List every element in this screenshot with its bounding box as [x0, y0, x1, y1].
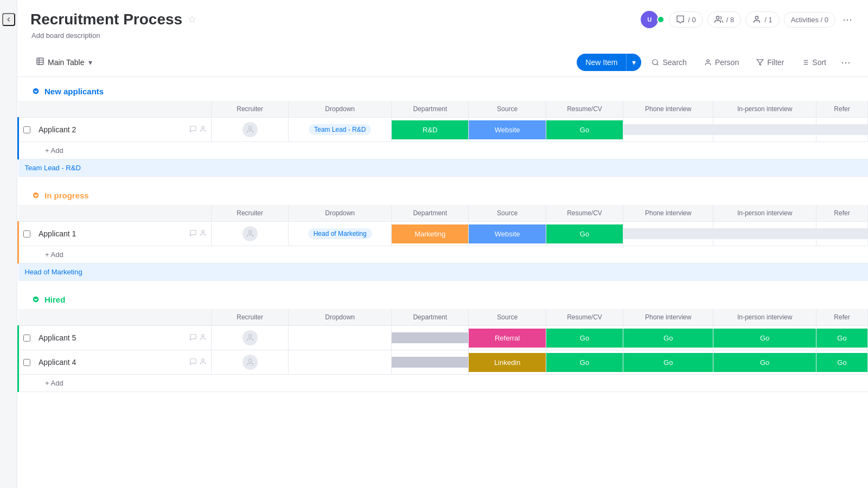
add-item-button-in-progress[interactable]: + Add [45, 251, 63, 259]
dropdown-cell[interactable]: Head of Marketing [289, 222, 392, 246]
svg-point-26 [248, 359, 251, 362]
department-cell[interactable]: Marketing [392, 222, 469, 246]
inperson-cell[interactable]: Go [713, 350, 816, 375]
sort-button[interactable]: Sort [794, 54, 833, 71]
department-badge: R&D [392, 120, 468, 139]
person-icon[interactable] [199, 333, 207, 343]
recruiter-cell [211, 222, 288, 246]
col-name [18, 101, 212, 118]
resume-cell[interactable]: Go [546, 222, 623, 246]
table-area: New applicants Recruiter Dropdown Depart… [17, 77, 868, 488]
source-badge: Linkedin [469, 353, 545, 372]
inperson-cell[interactable] [713, 118, 816, 142]
svg-point-0 [716, 16, 719, 19]
add-item-button-new-applicants[interactable]: + Add [45, 146, 63, 155]
dropdown-suggestion[interactable]: Team Lead - R&D [18, 159, 868, 177]
dropdown-cell[interactable] [289, 350, 392, 375]
resume-cell[interactable]: Go [546, 118, 623, 142]
stat-person-value: / 1 [764, 16, 772, 24]
row-checkbox[interactable] [19, 359, 34, 366]
phone-cell[interactable] [623, 118, 713, 142]
search-label: Search [662, 58, 686, 67]
refer-cell[interactable] [816, 222, 868, 246]
row-checkbox-input[interactable] [23, 230, 30, 237]
person-icon[interactable] [199, 358, 207, 367]
comment-icon[interactable] [189, 333, 197, 343]
resume-cell[interactable]: Go [546, 326, 623, 350]
source-cell[interactable]: Referral [469, 326, 546, 350]
row-checkbox-input[interactable] [23, 359, 30, 366]
new-item-label: New Item [577, 54, 626, 71]
board-title: Recruitment Process [30, 11, 182, 28]
svg-rect-2 [37, 58, 43, 65]
stat-updates[interactable]: / 0 [669, 11, 703, 28]
new-applicants-header-row: Recruiter Dropdown Department Source Res… [18, 101, 868, 118]
inperson-cell[interactable]: Go [713, 326, 816, 350]
row-checkbox-input[interactable] [23, 126, 30, 133]
group-title-in-progress[interactable]: In progress [44, 191, 89, 200]
inperson-cell[interactable] [713, 222, 816, 246]
main-table-button[interactable]: Main Table ▾ [30, 54, 98, 71]
recruiter-cell [211, 118, 288, 142]
group-toggle-in-progress[interactable] [30, 190, 41, 201]
dropdown-suggestion-2[interactable]: Head of Marketing [18, 264, 868, 281]
row-checkbox[interactable] [19, 230, 34, 237]
row-checkbox-input[interactable] [23, 335, 30, 342]
hired-table-el: Recruiter Dropdown Department Source Res… [17, 309, 868, 392]
add-row-new-applicants: + Add [18, 142, 868, 159]
phone-cell[interactable] [623, 222, 713, 246]
resume-badge: Go [546, 224, 623, 243]
dropdown-cell[interactable]: Team Lead - R&D [289, 118, 392, 142]
group-title-new-applicants[interactable]: New applicants [44, 87, 104, 96]
department-cell[interactable] [392, 350, 469, 375]
department-cell[interactable]: R&D [392, 118, 469, 142]
person-icon[interactable] [199, 125, 207, 134]
app-container: Recruitment Process ☆ U / 0 [0, 0, 868, 488]
recruiter-cell [211, 350, 288, 375]
source-cell[interactable]: Website [469, 222, 546, 246]
comment-icon[interactable] [189, 358, 197, 367]
col-refer-1: Refer [816, 101, 868, 118]
activities-button[interactable]: Activities / 0 [784, 12, 835, 28]
new-item-button[interactable]: New Item ▾ [577, 54, 641, 71]
col-resume-2: Resume/CV [546, 205, 623, 222]
group-toggle-hired[interactable] [30, 294, 41, 305]
add-item-button-hired[interactable]: + Add [45, 379, 63, 387]
source-cell[interactable]: Website [469, 118, 546, 142]
applicant-name: Applicant 5 [34, 333, 189, 342]
toolbar-more-button[interactable]: ⋯ [837, 53, 855, 72]
collapse-sidebar-button[interactable] [2, 13, 15, 26]
department-badge [392, 357, 468, 368]
person-icon[interactable] [199, 229, 207, 239]
dropdown-cell[interactable] [289, 326, 392, 350]
stat-person[interactable]: / 1 [745, 11, 779, 28]
refer-cell[interactable] [816, 118, 868, 142]
stat-group[interactable]: / 8 [707, 11, 741, 28]
source-cell[interactable]: Linkedin [469, 350, 546, 375]
comment-icon[interactable] [189, 229, 197, 239]
search-button[interactable]: Search [644, 54, 693, 71]
star-icon[interactable]: ☆ [188, 14, 196, 25]
resume-cell[interactable]: Go [546, 350, 623, 375]
new-item-caret[interactable]: ▾ [627, 54, 641, 71]
phone-cell[interactable]: Go [623, 326, 713, 350]
filter-button[interactable]: Filter [749, 54, 791, 71]
person-button[interactable]: Person [697, 54, 746, 71]
board-description[interactable]: Add board description [31, 31, 855, 40]
applicant-name: Applicant 1 [34, 229, 189, 238]
header-more-button[interactable]: ⋯ [840, 12, 855, 27]
avatar: U [641, 11, 658, 28]
col-inperson-3: In-person interview [713, 309, 816, 326]
phone-badge: Go [623, 329, 713, 348]
refer-cell[interactable]: Go [816, 350, 868, 375]
department-cell[interactable] [392, 326, 469, 350]
group-title-hired[interactable]: Hired [44, 295, 65, 304]
row-checkbox[interactable] [19, 126, 34, 133]
phone-cell[interactable]: Go [623, 350, 713, 375]
group-toggle-new-applicants[interactable] [30, 86, 41, 97]
comment-icon[interactable] [189, 125, 197, 134]
board-title-row: Recruitment Process ☆ U / 0 [30, 11, 855, 28]
row-checkbox[interactable] [19, 335, 34, 342]
col-department-1: Department [392, 101, 469, 118]
refer-cell[interactable]: Go [816, 326, 868, 350]
